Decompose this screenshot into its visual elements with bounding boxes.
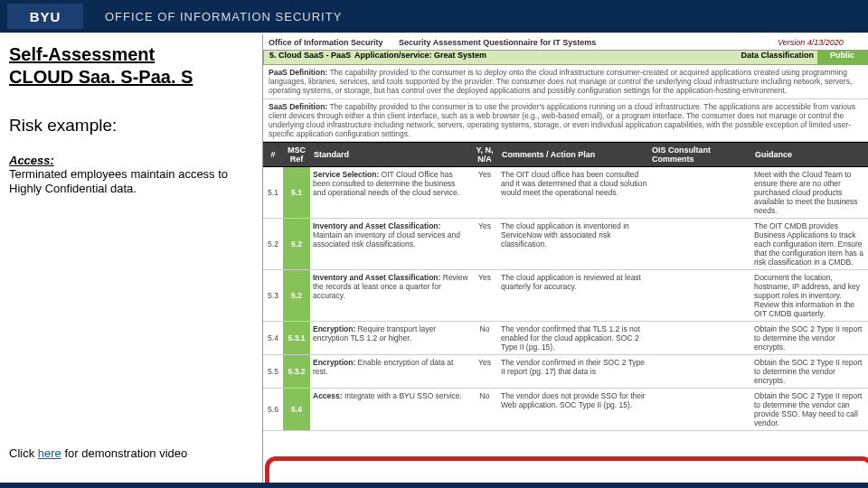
table-row: 5.55.3.2Encryption: Enable encryption of… [263, 355, 868, 389]
table-row: 5.15.1Service Selection: OIT Cloud Offic… [263, 167, 868, 219]
access-label: Access: [9, 154, 259, 167]
access-text: Terminated employees maintain access to … [9, 167, 259, 197]
saas-definition: SaaS Definition: The capability provided… [263, 99, 868, 143]
section-row: 5. Cloud SaaS - PaaS Application/service… [263, 50, 868, 65]
demo-link[interactable]: here [38, 446, 61, 460]
table-row: 5.65.4Access: Integrate with a BYU SSO s… [263, 389, 868, 431]
table-row: 5.35.2Inventory and Asset Classification… [263, 270, 868, 322]
table-header: # MSC Ref Standard Y, N, N/A Comments / … [263, 142, 868, 167]
header: BYU OFFICE OF INFORMATION SECURITY [0, 0, 868, 33]
demo-link-text: Click here for demonstration video [9, 446, 259, 460]
byu-logo: BYU [7, 4, 83, 29]
risk-heading: Risk example: [9, 116, 259, 136]
table-row: 5.45.3.1Encryption: Require transport la… [263, 322, 868, 355]
table-row: 5.25.2Inventory and Asset Classification… [263, 219, 868, 270]
page-title: Self-Assessment CLOUD Saa. S-Paa. S [9, 43, 259, 89]
left-panel: Self-Assessment CLOUD Saa. S-Paa. S Risk… [0, 34, 262, 483]
header-office: OFFICE OF INFORMATION SECURITY [105, 10, 342, 23]
questionnaire-panel: Office of Information Security Security … [262, 34, 868, 483]
paas-definition: PaaS Definition: The capability provided… [263, 65, 868, 99]
meta-row: Office of Information Security Security … [263, 34, 868, 50]
